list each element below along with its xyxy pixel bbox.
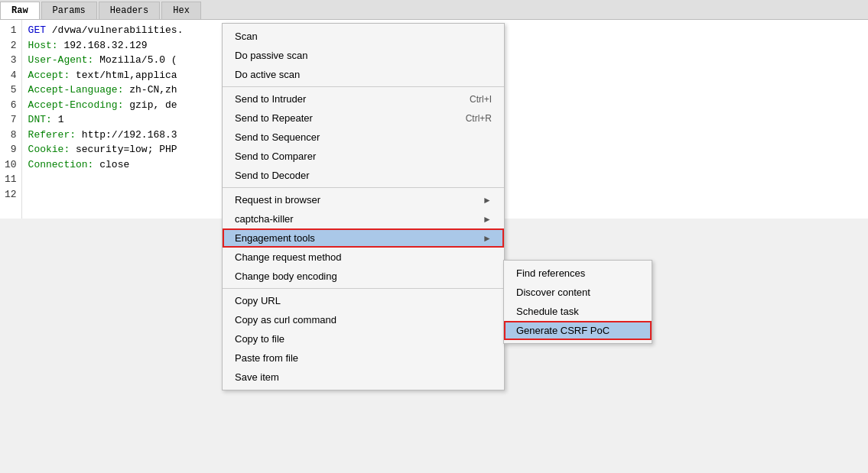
separator-1 <box>223 86 504 87</box>
tab-hex[interactable]: Hex <box>161 2 201 19</box>
line-numbers: 12345 678910 1112 <box>0 20 22 219</box>
menu-save-item[interactable]: Save item <box>223 368 504 387</box>
tab-raw[interactable]: Raw <box>0 2 40 19</box>
menu-copy-file[interactable]: Copy to file <box>223 329 504 348</box>
context-menu: Scan Do passive scan Do active scan Send… <box>222 23 505 390</box>
tab-params[interactable]: Params <box>41 2 97 19</box>
menu-paste-file[interactable]: Paste from file <box>223 348 504 368</box>
menu-send-intruder[interactable]: Send to Intruder Ctrl+I <box>223 89 504 109</box>
submenu-schedule-task[interactable]: Schedule task <box>504 302 652 321</box>
menu-active-scan[interactable]: Do active scan <box>223 65 504 84</box>
engagement-submenu: Find references Discover content Schedul… <box>503 260 652 344</box>
tab-bar: Raw Params Headers Hex <box>0 0 868 20</box>
menu-send-sequencer[interactable]: Send to Sequencer <box>223 128 504 147</box>
separator-3 <box>223 288 504 289</box>
menu-request-browser[interactable]: Request in browser ► <box>223 190 504 209</box>
submenu-generate-csrf[interactable]: Generate CSRF PoC <box>504 321 652 340</box>
menu-send-comparer[interactable]: Send to Comparer <box>223 147 504 166</box>
menu-copy-url[interactable]: Copy URL <box>223 291 504 310</box>
menu-passive-scan[interactable]: Do passive scan <box>223 46 504 65</box>
menu-send-repeater[interactable]: Send to Repeater Ctrl+R <box>223 109 504 128</box>
separator-2 <box>223 187 504 188</box>
submenu-discover-content[interactable]: Discover content <box>504 283 652 302</box>
submenu-find-references[interactable]: Find references <box>504 264 652 283</box>
tab-headers[interactable]: Headers <box>99 2 160 19</box>
menu-change-method[interactable]: Change request method <box>223 248 504 267</box>
menu-send-decoder[interactable]: Send to Decoder <box>223 166 504 185</box>
menu-copy-curl[interactable]: Copy as curl command <box>223 310 504 329</box>
menu-scan[interactable]: Scan <box>223 27 504 46</box>
code-left: GET /dvwa/vulnerabilities. Host: 192.168… <box>22 20 240 219</box>
menu-engagement-tools[interactable]: Engagement tools ► <box>223 228 504 248</box>
menu-captcha-killer[interactable]: captcha-killer ► <box>223 209 504 228</box>
menu-change-encoding[interactable]: Change body encoding <box>223 267 504 286</box>
